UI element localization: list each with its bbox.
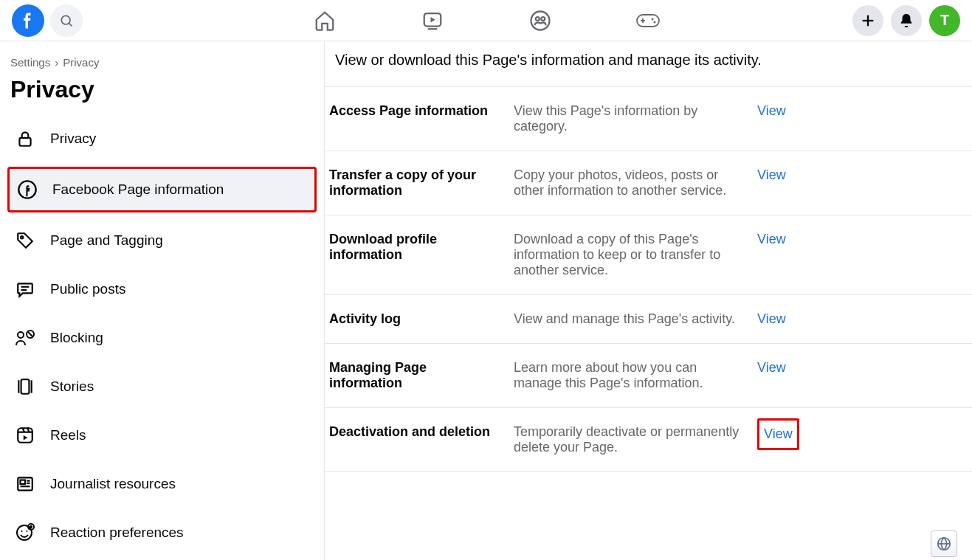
sidebar-item-label: Stories bbox=[50, 378, 94, 395]
svg-point-33 bbox=[21, 530, 23, 532]
row-desc: Learn more about how you can manage this… bbox=[514, 360, 742, 391]
row-deactivation-deletion: Deactivation and deletion Temporarily de… bbox=[325, 407, 972, 472]
svg-point-19 bbox=[18, 332, 24, 338]
svg-point-4 bbox=[531, 11, 549, 30]
sidebar-item-public-posts[interactable]: Public posts bbox=[7, 269, 317, 310]
row-label: Download profile information bbox=[329, 232, 499, 263]
search-icon bbox=[59, 13, 74, 28]
lock-icon bbox=[13, 127, 37, 151]
reaction-icon bbox=[13, 521, 37, 545]
svg-point-5 bbox=[535, 17, 539, 21]
row-transfer-copy: Transfer a copy of your information Copy… bbox=[325, 151, 972, 215]
sidebar-item-journalist-resources[interactable]: Journalist resources bbox=[7, 463, 317, 505]
blocking-icon bbox=[13, 326, 37, 350]
sidebar-item-reels[interactable]: Reels bbox=[7, 415, 317, 456]
topbar-left bbox=[12, 4, 83, 37]
view-link[interactable]: View bbox=[757, 103, 786, 119]
sidebar-item-label: Privacy bbox=[50, 131, 96, 147]
sidebar-item-facebook-page-information[interactable]: Facebook Page information bbox=[7, 167, 317, 212]
svg-rect-7 bbox=[637, 15, 659, 27]
sidebar-item-label: Journalist resources bbox=[50, 476, 176, 492]
plus-icon bbox=[860, 13, 876, 29]
nav-home[interactable] bbox=[311, 7, 338, 34]
svg-point-6 bbox=[541, 17, 545, 21]
view-link[interactable]: View bbox=[757, 418, 799, 450]
chat-icon bbox=[13, 277, 37, 301]
svg-point-0 bbox=[61, 15, 70, 24]
row-desc: View and manage this Page's activity. bbox=[514, 311, 742, 327]
row-download-profile: Download profile information Download a … bbox=[325, 215, 972, 294]
stories-icon bbox=[13, 375, 37, 398]
topbar: T bbox=[0, 0, 972, 41]
tag-icon bbox=[13, 229, 37, 252]
notifications-button[interactable] bbox=[891, 5, 922, 36]
sidebar-item-label: Reaction preferences bbox=[50, 525, 184, 541]
row-desc: View this Page's information by category… bbox=[514, 103, 742, 134]
row-managing-page-information: Managing Page information Learn more abo… bbox=[325, 343, 972, 407]
reels-icon bbox=[13, 424, 37, 447]
breadcrumb: Settings › Privacy bbox=[7, 52, 317, 73]
sidebar-item-label: Public posts bbox=[50, 281, 125, 297]
page-title: Privacy bbox=[7, 73, 317, 118]
nav-watch[interactable] bbox=[419, 7, 446, 34]
avatar-initial: T bbox=[940, 12, 949, 29]
create-button[interactable] bbox=[852, 5, 883, 36]
breadcrumb-root[interactable]: Settings bbox=[10, 56, 50, 69]
row-label: Access Page information bbox=[329, 103, 499, 119]
svg-rect-22 bbox=[21, 379, 30, 394]
globe-icon bbox=[936, 536, 952, 552]
section-subtitle: View or download this Page's information… bbox=[325, 41, 972, 86]
sidebar-item-label: Page and Tagging bbox=[50, 232, 163, 249]
sidebar-item-reaction-preferences[interactable]: Reaction preferences bbox=[7, 512, 317, 553]
view-link[interactable]: View bbox=[757, 360, 786, 376]
sidebar-item-blocking[interactable]: Blocking bbox=[7, 317, 317, 359]
breadcrumb-current: Privacy bbox=[63, 56, 99, 69]
svg-line-1 bbox=[69, 23, 72, 26]
row-label: Transfer a copy of your information bbox=[329, 167, 499, 198]
row-desc: Download a copy of this Page's informati… bbox=[514, 232, 742, 278]
sidebar-item-privacy[interactable]: Privacy bbox=[7, 118, 317, 159]
svg-point-16 bbox=[21, 236, 23, 238]
watch-icon bbox=[421, 10, 444, 32]
svg-line-21 bbox=[28, 332, 33, 337]
nav-gaming[interactable] bbox=[635, 7, 661, 34]
svg-rect-23 bbox=[18, 428, 32, 443]
facebook-logo[interactable] bbox=[12, 4, 44, 37]
nav-groups[interactable] bbox=[527, 7, 554, 34]
gaming-icon bbox=[635, 12, 661, 30]
svg-rect-14 bbox=[19, 138, 30, 146]
svg-point-11 bbox=[653, 21, 655, 23]
svg-rect-28 bbox=[21, 480, 26, 484]
sidebar-item-label: Reels bbox=[50, 427, 86, 443]
row-desc: Temporarily deactivate or permanently de… bbox=[514, 424, 742, 455]
audience-selector-button[interactable] bbox=[931, 530, 957, 557]
row-label: Deactivation and deletion bbox=[329, 424, 499, 440]
row-desc: Copy your photos, videos, posts or other… bbox=[514, 167, 742, 198]
topbar-right: T bbox=[852, 5, 960, 36]
home-icon bbox=[314, 10, 336, 32]
bell-icon bbox=[898, 13, 914, 29]
sidebar-item-label: Facebook Page information bbox=[52, 182, 224, 198]
view-link[interactable]: View bbox=[757, 167, 786, 183]
sidebar-item-label: Blocking bbox=[50, 330, 103, 346]
facebook-circle-icon bbox=[15, 178, 39, 201]
main-content: View or download this Page's information… bbox=[325, 41, 972, 560]
row-label: Managing Page information bbox=[329, 360, 499, 391]
row-label: Activity log bbox=[329, 311, 499, 327]
svg-point-10 bbox=[651, 18, 653, 20]
breadcrumb-sep: › bbox=[55, 56, 58, 69]
topbar-nav bbox=[0, 7, 972, 34]
view-link[interactable]: View bbox=[757, 311, 786, 327]
search-button[interactable] bbox=[50, 4, 83, 37]
groups-icon bbox=[529, 10, 551, 32]
sidebar: Settings › Privacy Privacy Privacy Faceb… bbox=[0, 41, 325, 560]
newspaper-icon bbox=[13, 472, 37, 496]
sidebar-item-stories[interactable]: Stories bbox=[7, 366, 317, 407]
sidebar-item-page-and-tagging[interactable]: Page and Tagging bbox=[7, 220, 317, 261]
profile-avatar[interactable]: T bbox=[929, 5, 960, 36]
view-link[interactable]: View bbox=[757, 232, 786, 247]
row-access-page-information: Access Page information View this Page's… bbox=[325, 86, 972, 151]
row-activity-log: Activity log View and manage this Page's… bbox=[325, 294, 972, 343]
svg-point-34 bbox=[27, 530, 28, 532]
